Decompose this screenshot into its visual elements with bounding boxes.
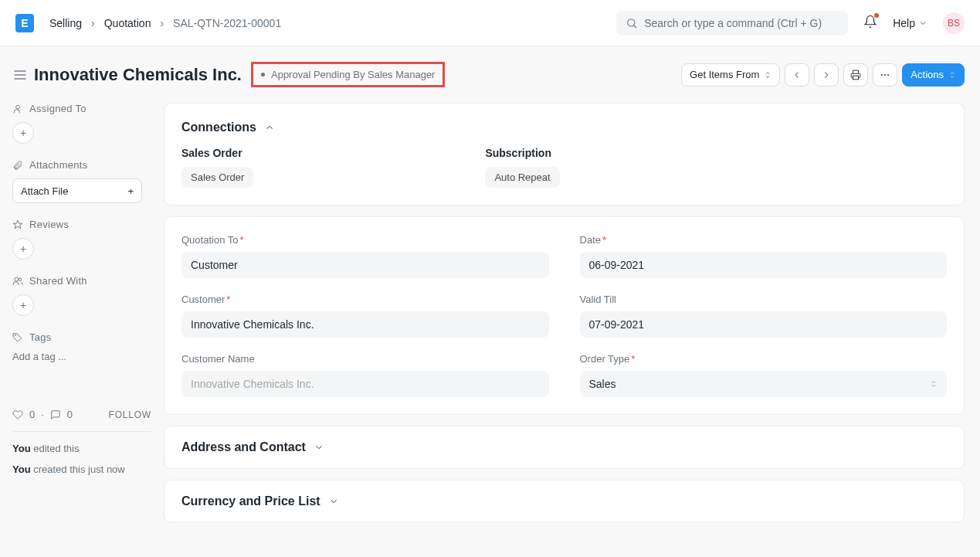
sales-order-chip[interactable]: Sales Order [181, 167, 253, 188]
page-header-row: Innovative Chemicals Inc. Approval Pendi… [0, 46, 980, 87]
customer-name-input[interactable]: Innovative Chemicals Inc. [181, 371, 549, 397]
chevron-up-icon [264, 122, 275, 133]
ellipsis-icon [880, 70, 890, 80]
prev-button[interactable] [785, 63, 809, 87]
currency-price-card: Currency and Price List [164, 480, 965, 523]
attach-file-button[interactable]: Attach File + [12, 178, 142, 203]
breadcrumb-quotation[interactable]: Quotation [104, 17, 151, 29]
reviews-label: Reviews [29, 219, 69, 230]
currency-price-title: Currency and Price List [181, 494, 320, 508]
comment-icon[interactable] [50, 409, 61, 420]
print-button[interactable] [843, 63, 868, 87]
follow-button[interactable]: FOLLOW [109, 409, 151, 420]
svg-point-0 [628, 19, 635, 25]
help-button[interactable]: Help [893, 17, 927, 29]
quotation-to-input[interactable]: Customer [181, 252, 549, 278]
menu-toggle-icon[interactable] [12, 67, 28, 83]
quotation-to-label: Quotation To [181, 234, 238, 246]
address-contact-title: Address and Contact [181, 440, 306, 454]
sales-order-label: Sales Order [181, 147, 253, 159]
date-label: Date [580, 234, 601, 246]
sidebar: Assigned To + Attachments Attach File + … [0, 87, 164, 549]
order-type-value: Sales [589, 378, 616, 390]
notifications-button[interactable] [863, 15, 877, 31]
chevron-left-icon [792, 70, 802, 80]
users-icon [12, 276, 23, 287]
assigned-to-label: Assigned To [29, 103, 86, 114]
user-icon [12, 104, 23, 114]
sidebar-reviews: Reviews + [12, 219, 151, 260]
breadcrumb-current: SAL-QTN-2021-00001 [173, 17, 281, 29]
sidebar-assigned-to: Assigned To + [12, 103, 151, 144]
heart-icon[interactable] [12, 409, 23, 420]
page-title: Innovative Chemicals Inc. [34, 65, 242, 85]
breadcrumb-selling[interactable]: Selling [49, 17, 82, 29]
separator-dot: · [41, 409, 44, 420]
chevron-right-icon [821, 70, 832, 80]
search-placeholder: Search or type a command (Ctrl + G) [644, 17, 822, 29]
comment-count: 0 [67, 409, 73, 420]
chevron-down-icon [314, 442, 324, 453]
app-logo[interactable]: E [15, 14, 34, 32]
get-items-label: Get Items From [690, 69, 759, 80]
connection-subscription: Subscription Auto Repeat [485, 147, 559, 188]
get-items-from-button[interactable]: Get Items From [681, 63, 780, 87]
customer-name-field: Customer Name Innovative Chemicals Inc. [181, 353, 549, 397]
sidebar-attachments: Attachments Attach File + [12, 159, 151, 203]
order-type-field: Order Type* Sales [580, 353, 948, 397]
svg-point-6 [881, 74, 883, 76]
search-icon [626, 17, 638, 29]
add-review-button[interactable]: + [12, 238, 34, 260]
add-assignee-button[interactable]: + [12, 122, 34, 144]
select-updown-icon [764, 70, 771, 80]
sidebar-tags: Tags Add a tag ... [12, 331, 151, 362]
order-type-select[interactable]: Sales [580, 371, 948, 397]
svg-point-11 [19, 277, 22, 280]
chevron-down-icon [328, 496, 339, 507]
chevron-right-icon: › [160, 17, 164, 29]
help-label: Help [893, 17, 915, 29]
user-avatar[interactable]: BS [943, 12, 965, 34]
more-menu-button[interactable] [873, 63, 897, 87]
connections-card: Connections Sales Order Sales Order Subs… [164, 103, 965, 205]
page-body: Assigned To + Attachments Attach File + … [0, 87, 980, 549]
details-card: Quotation To* Customer Date* 06-09-2021 … [164, 216, 965, 415]
svg-rect-5 [853, 76, 859, 80]
search-input[interactable]: Search or type a command (Ctrl + G) [616, 11, 848, 36]
date-input[interactable]: 06-09-2021 [580, 252, 948, 278]
customer-field: Customer* Innovative Chemicals Inc. [181, 294, 549, 338]
add-share-button[interactable]: + [12, 294, 34, 316]
connections-toggle[interactable]: Connections [181, 121, 947, 134]
tags-label: Tags [29, 331, 52, 343]
currency-price-toggle[interactable]: Currency and Price List [181, 494, 947, 508]
svg-line-1 [634, 25, 636, 28]
svg-point-8 [888, 74, 890, 76]
activity-item: You created this just now [12, 464, 151, 475]
svg-point-10 [15, 277, 19, 281]
quotation-to-field: Quotation To* Customer [181, 234, 549, 278]
auto-repeat-chip[interactable]: Auto Repeat [485, 167, 559, 188]
sidebar-shared-with: Shared With + [12, 275, 151, 316]
date-field: Date* 06-09-2021 [580, 234, 948, 278]
address-contact-toggle[interactable]: Address and Contact [181, 440, 947, 454]
navbar-right: Search or type a command (Ctrl + G) Help… [616, 11, 965, 36]
attachments-label: Attachments [29, 159, 88, 171]
subscription-label: Subscription [485, 147, 559, 159]
svg-point-12 [15, 335, 16, 335]
valid-till-input[interactable]: 07-09-2021 [580, 311, 948, 338]
next-button[interactable] [814, 63, 839, 87]
notification-dot [874, 13, 879, 18]
actions-button[interactable]: Actions [902, 63, 965, 87]
printer-icon [850, 70, 861, 80]
shared-with-label: Shared With [29, 275, 87, 287]
attach-file-label: Attach File [21, 185, 68, 197]
breadcrumb: Selling › Quotation › SAL-QTN-2021-00001 [49, 17, 281, 29]
actions-label: Actions [910, 69, 944, 80]
svg-point-7 [884, 74, 886, 76]
customer-input[interactable]: Innovative Chemicals Inc. [181, 311, 549, 338]
svg-point-9 [16, 105, 20, 109]
like-count: 0 [29, 409, 35, 420]
add-tag-input[interactable]: Add a tag ... [12, 351, 151, 362]
valid-till-field: Valid Till 07-09-2021 [580, 294, 948, 338]
tag-icon [12, 332, 23, 343]
